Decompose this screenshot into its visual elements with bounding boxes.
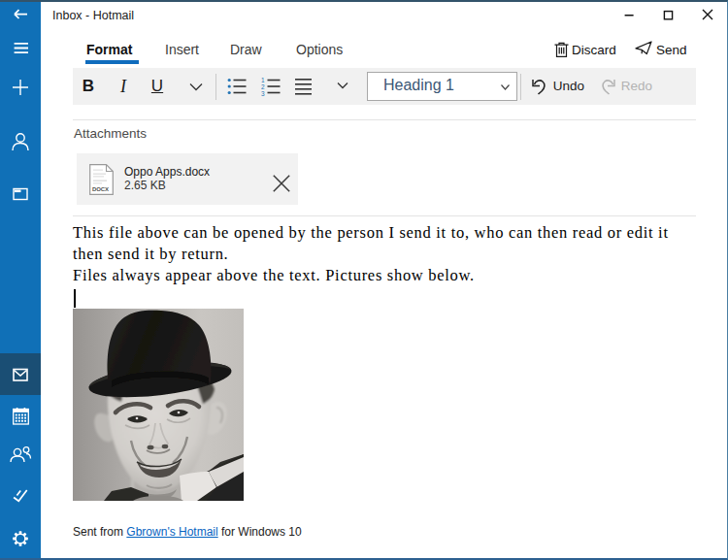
svg-text:1: 1 <box>261 77 265 83</box>
svg-text:3: 3 <box>261 90 265 96</box>
svg-text:2: 2 <box>261 83 265 90</box>
svg-text:DOCX: DOCX <box>92 186 109 192</box>
